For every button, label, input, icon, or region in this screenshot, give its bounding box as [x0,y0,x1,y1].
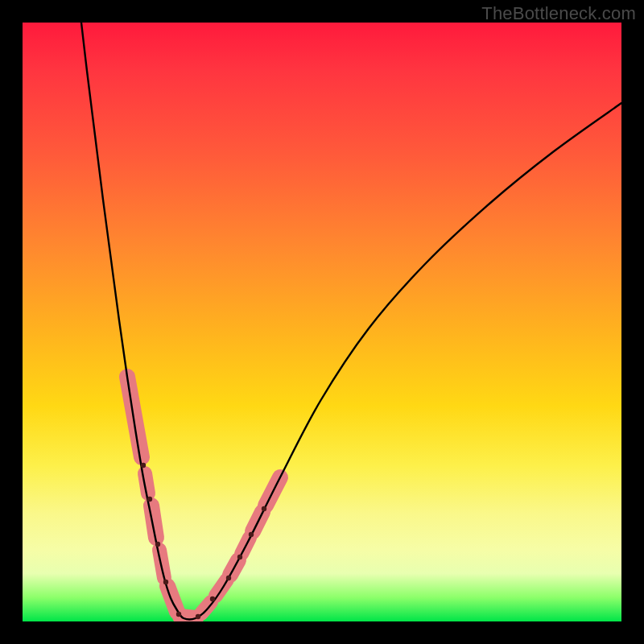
small-dark-dots [249,532,254,537]
small-dark-dots [176,612,181,617]
small-dark-dots [163,580,168,584]
small-dark-dots [196,614,200,619]
small-dark-dots [237,555,242,559]
small-dark-dots [147,497,152,502]
curve-svg [23,23,621,621]
watermark-text: TheBottleneck.com [481,3,636,24]
small-dark-dots [226,576,231,580]
small-dark-dots [141,463,146,468]
small-dark-dots [155,542,160,547]
small-dark-dots [210,597,215,601]
chart-frame: TheBottleneck.com [0,0,644,644]
small-dark-dots [262,506,266,511]
plot-area [23,23,621,621]
